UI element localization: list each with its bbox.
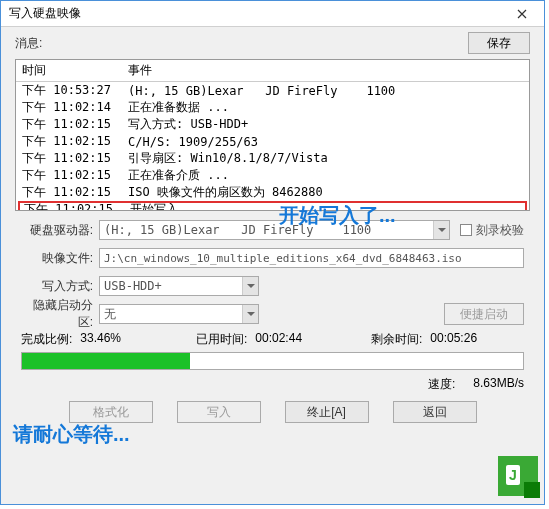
log-row: 下午 11:02:15正在准备介质 ... (16, 167, 529, 184)
log-row: 下午 11:02:15引导扇区: Win10/8.1/8/7/Vista (16, 150, 529, 167)
back-button[interactable]: 返回 (393, 401, 477, 423)
annotation-start-write: 开始写入了... (279, 202, 396, 229)
log-header-time: 时间 (22, 62, 128, 79)
method-combo[interactable]: USB-HDD+ (99, 276, 259, 296)
log-row-highlighted: 下午 11:02:15开始写入 ... (18, 201, 527, 211)
logo-text: J (506, 465, 520, 485)
verify-checkbox[interactable]: 刻录校验 (460, 222, 524, 239)
speed-label: 速度: (428, 376, 455, 393)
log-header-event: 事件 (128, 62, 523, 79)
toolbar: 消息: 保存 (1, 27, 544, 55)
format-button[interactable]: 格式化 (69, 401, 153, 423)
window-title: 写入硬盘映像 (5, 5, 504, 22)
brand-logo: J (490, 450, 542, 502)
elapsed-value: 00:02:44 (255, 331, 302, 348)
log-row: 下午 11:02:15ISO 映像文件的扇区数为 8462880 (16, 184, 529, 201)
image-field[interactable]: J:\cn_windows_10_multiple_editions_x64_d… (99, 248, 524, 268)
verify-label: 刻录校验 (476, 222, 524, 239)
log-header: 时间 事件 (16, 60, 529, 82)
close-button[interactable] (504, 3, 540, 25)
write-button[interactable]: 写入 (177, 401, 261, 423)
method-label: 写入方式: (21, 278, 99, 295)
row-method: 写入方式: USB-HDD+ (21, 275, 524, 297)
chevron-down-icon (242, 277, 258, 295)
titlebar: 写入硬盘映像 (1, 1, 544, 27)
save-button[interactable]: 保存 (468, 32, 530, 54)
speed-value: 8.63MB/s (473, 376, 524, 393)
completed-value: 33.46% (80, 331, 121, 348)
chevron-down-icon (433, 221, 449, 239)
remain-label: 剩余时间: (371, 331, 422, 348)
annotation-please-wait: 请耐心等待... (13, 421, 130, 448)
portable-boot-button[interactable]: 便捷启动 (444, 303, 524, 325)
progress-bar (21, 352, 524, 370)
close-icon (517, 9, 527, 19)
speed-row: 速度: 8.63MB/s (21, 376, 524, 393)
progress-labels: 完成比例:33.46% 已用时间:00:02:44 剩余时间:00:05:26 (21, 331, 524, 348)
hidden-value: 无 (100, 306, 242, 323)
log-rows: 下午 10:53:27(H:, 15 GB)Lexar JD FireFly 1… (16, 82, 529, 211)
elapsed-label: 已用时间: (196, 331, 247, 348)
main-window: 写入硬盘映像 消息: 保存 时间 事件 下午 10:53:27(H:, 15 G… (0, 0, 545, 505)
chevron-down-icon (242, 305, 258, 323)
log-row: 下午 11:02:14正在准备数据 ... (16, 99, 529, 116)
image-label: 映像文件: (21, 250, 99, 267)
hidden-combo[interactable]: 无 (99, 304, 259, 324)
log-row: 下午 11:02:15C/H/S: 1909/255/63 (16, 133, 529, 150)
completed-label: 完成比例: (21, 331, 72, 348)
abort-button[interactable]: 终止[A] (285, 401, 369, 423)
progress-section: 完成比例:33.46% 已用时间:00:02:44 剩余时间:00:05:26 (21, 331, 524, 370)
log-row: 下午 11:02:15写入方式: USB-HDD+ (16, 116, 529, 133)
info-label: 消息: (15, 35, 42, 52)
log-panel[interactable]: 时间 事件 下午 10:53:27(H:, 15 GB)Lexar JD Fir… (15, 59, 530, 211)
log-row: 下午 10:53:27(H:, 15 GB)Lexar JD FireFly 1… (16, 82, 529, 99)
progress-fill (22, 353, 190, 369)
remain-value: 00:05:26 (430, 331, 477, 348)
row-hidden: 隐藏启动分区: 无 便捷启动 (21, 303, 524, 325)
hidden-label: 隐藏启动分区: (21, 297, 99, 331)
button-row: 格式化 写入 终止[A] 返回 (21, 401, 524, 423)
row-image: 映像文件: J:\cn_windows_10_multiple_editions… (21, 247, 524, 269)
drive-label: 硬盘驱动器: (21, 222, 99, 239)
row-drive: 硬盘驱动器: (H:, 15 GB)Lexar JD FireFly 1100 … (21, 219, 524, 241)
form-area: 硬盘驱动器: (H:, 15 GB)Lexar JD FireFly 1100 … (21, 219, 524, 325)
checkbox-icon (460, 224, 472, 236)
drive-combo[interactable]: (H:, 15 GB)Lexar JD FireFly 1100 (99, 220, 450, 240)
method-value: USB-HDD+ (100, 279, 242, 293)
